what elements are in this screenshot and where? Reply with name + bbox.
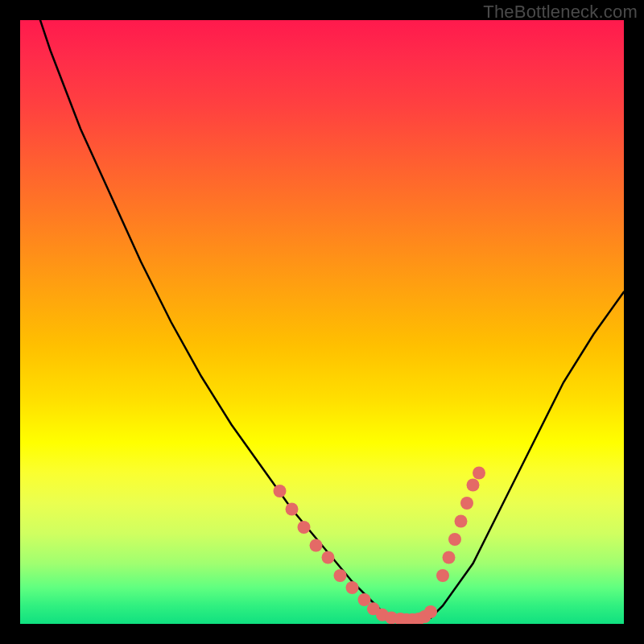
plot-area — [20, 20, 624, 624]
marker-dot — [298, 521, 311, 534]
marker-group — [274, 467, 486, 625]
marker-dot — [455, 515, 468, 528]
marker-dot — [436, 569, 449, 582]
chart-frame: TheBottleneck.com — [0, 0, 644, 644]
marker-dot — [467, 479, 480, 492]
marker-dot — [424, 605, 437, 618]
marker-dot — [346, 581, 359, 594]
marker-dot — [460, 497, 473, 510]
marker-dot — [274, 485, 287, 497]
marker-dot — [443, 551, 456, 564]
marker-dot — [358, 593, 371, 606]
marker-dot — [286, 503, 299, 516]
marker-dot — [473, 467, 485, 480]
watermark-text: TheBottleneck.com — [483, 2, 638, 23]
curve-line — [20, 20, 624, 621]
marker-dot — [310, 539, 323, 552]
marker-dot — [322, 551, 335, 564]
marker-dot — [448, 533, 461, 546]
plot-svg — [20, 20, 624, 624]
marker-dot — [334, 569, 347, 582]
